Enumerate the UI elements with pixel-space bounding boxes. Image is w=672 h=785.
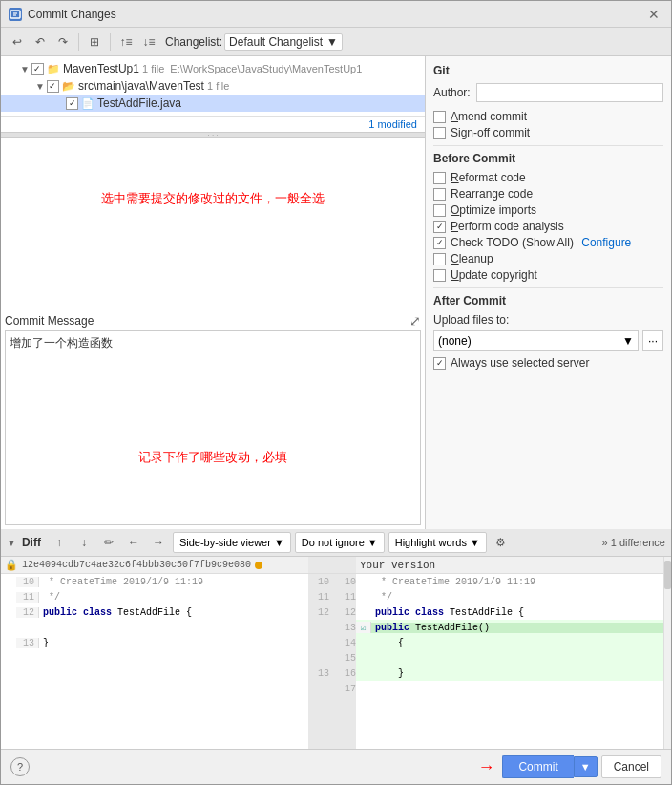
diff-right-panel: Your version * CreateTime 2019/1/9 11:19…: [356, 557, 663, 749]
highlight-dropdown[interactable]: Highlight words ▼: [388, 532, 487, 553]
viewer-dropdown[interactable]: Side-by-side viewer ▼: [173, 532, 291, 553]
diff-fwd-btn[interactable]: →: [148, 532, 169, 553]
ignore-label: Do not ignore: [302, 537, 365, 548]
diff-left-header: 🔒 12e4094cdb7c4ae32c6f4bbb30c50f7fb9c9e0…: [1, 557, 308, 574]
amend-row: Amend commit: [433, 110, 663, 123]
tree-label-maventestup1: MavenTestUp1: [63, 62, 139, 75]
checkbox-maventestup1[interactable]: ✓: [32, 63, 44, 75]
app-icon: [9, 8, 22, 21]
author-label: Author:: [433, 86, 471, 99]
redo-btn[interactable]: ↷: [52, 32, 74, 53]
author-row: Author:: [433, 83, 663, 102]
diff-gutter-checked[interactable]: ☑: [356, 622, 371, 633]
commit-button[interactable]: Commit: [502, 755, 573, 778]
refresh-btn[interactable]: ↩: [7, 32, 28, 53]
src-icon: 📂: [62, 80, 75, 93]
tree-label-src: src\main\java\MavenTest: [78, 79, 204, 93]
todo-checkbox[interactable]: ✓: [433, 237, 446, 249]
viewer-arrow: ▼: [274, 537, 284, 548]
close-button[interactable]: ✕: [644, 5, 663, 24]
mid-3: 12 12: [308, 605, 356, 620]
commit-msg-expand-icon[interactable]: ⤢: [410, 313, 421, 329]
diff-expand[interactable]: ▼: [7, 538, 16, 548]
diff-up-btn[interactable]: ↑: [49, 532, 70, 553]
amend-checkbox[interactable]: [433, 111, 446, 123]
diff-down-btn[interactable]: ↓: [74, 532, 94, 553]
red-arrow-indicator: →: [477, 757, 494, 777]
tree-item-maventestup1[interactable]: ▼ ✓ 📁 MavenTestUp1 1 file E:\WorkSpace\J…: [1, 60, 425, 77]
diff-right-line-1: * CreateTime 2019/1/9 11:19: [356, 574, 663, 589]
reformat-checkbox[interactable]: [433, 172, 446, 184]
optimize-checkbox[interactable]: [433, 204, 446, 217]
always-checkbox[interactable]: ✓: [433, 357, 446, 370]
copyright-checkbox[interactable]: [433, 269, 446, 282]
changelist-dropdown[interactable]: Default Changelist ▼: [224, 33, 343, 51]
main-content: ▼ ✓ 📁 MavenTestUp1 1 file E:\WorkSpace\J…: [1, 56, 671, 529]
diff-edit-btn[interactable]: ✏: [98, 532, 119, 553]
tree-item-src[interactable]: ▼ ✓ 📂 src\main\java\MavenTest 1 file: [1, 77, 425, 95]
git-section-title: Git: [433, 64, 663, 77]
undo-btn[interactable]: ↶: [30, 32, 51, 53]
signoff-label[interactable]: Sign-off commit: [451, 126, 530, 139]
configure-link[interactable]: Configure: [581, 236, 631, 249]
checkbox-testaddfile[interactable]: ✓: [66, 97, 78, 110]
analysis-checkbox[interactable]: ✓: [433, 221, 446, 233]
upload-dropdown[interactable]: (none) ▼: [433, 330, 639, 351]
mid-header: [308, 557, 356, 574]
diff-scrollbar[interactable]: [663, 557, 671, 749]
checkbox-src[interactable]: ✓: [47, 80, 59, 93]
amend-label[interactable]: Amend commit: [451, 110, 527, 123]
toolbar: ↩ ↶ ↷ ⊞ ↑≡ ↓≡ Changelist: Default Change…: [1, 28, 671, 56]
cancel-button[interactable]: Cancel: [601, 755, 662, 778]
viewer-label: Side-by-side viewer: [179, 537, 271, 548]
java-icon: 📄: [81, 97, 94, 110]
bottom-bar: ? → Commit ▼ Cancel: [1, 749, 671, 784]
diff-left-line-7: [1, 666, 308, 681]
resize-handle-1[interactable]: · · ·: [1, 132, 425, 138]
diff-back-btn[interactable]: ←: [123, 532, 144, 553]
mid-4: 13: [308, 620, 356, 635]
move-down-btn[interactable]: ↓≡: [138, 32, 159, 53]
ignore-dropdown[interactable]: Do not ignore ▼: [295, 532, 385, 553]
modified-bar[interactable]: 1 modified: [1, 116, 425, 132]
help-button[interactable]: ?: [10, 757, 30, 776]
diff-right-line-8: [356, 681, 663, 696]
before-commit-title: Before Commit: [433, 152, 663, 165]
diff-count: » 1 difference: [602, 537, 665, 548]
signoff-checkbox[interactable]: [433, 127, 446, 139]
diff-settings-btn[interactable]: ⚙: [491, 532, 512, 553]
diff-left-line-2: 11 */: [1, 589, 308, 605]
move-up-btn[interactable]: ↑≡: [116, 32, 136, 53]
analysis-label[interactable]: Perform code analysis: [451, 220, 564, 233]
divider-1: [433, 145, 663, 146]
right-panel: Git Author: Amend commit Sign-off commit…: [426, 56, 671, 529]
tree-item-testaddfile[interactable]: ✓ 📄 TestAddFile.java: [1, 95, 425, 112]
file-tree: ▼ ✓ 📁 MavenTestUp1 1 file E:\WorkSpace\J…: [1, 56, 425, 116]
diff-left-line-1: 10 * CreateTime 2019/1/9 11:19: [1, 574, 308, 589]
scrollbar-thumb[interactable]: [664, 561, 671, 589]
sep2: [110, 33, 111, 51]
rearrange-checkbox[interactable]: [433, 188, 446, 201]
reformat-label[interactable]: Reformat code: [451, 171, 526, 184]
svg-rect-0: [10, 11, 20, 18]
author-input[interactable]: [476, 83, 663, 102]
todo-row: ✓ Check TODO (Show All) Configure: [433, 236, 663, 249]
copyright-label[interactable]: Update copyright: [451, 268, 537, 282]
optimize-label[interactable]: Optimize imports: [451, 203, 536, 217]
diff-left-line-4: [1, 620, 308, 635]
upload-arrow: ▼: [622, 334, 634, 348]
always-label[interactable]: Always use selected server: [451, 356, 589, 370]
grid-btn[interactable]: ⊞: [84, 32, 105, 53]
diff-left-line-5: 13 }: [1, 635, 308, 650]
optimize-row: Optimize imports: [433, 203, 663, 217]
cleanup-checkbox[interactable]: [433, 253, 446, 265]
rearrange-label[interactable]: Rearrange code: [451, 187, 533, 201]
commit-msg-text[interactable]: 增加了一个构造函数: [6, 331, 420, 355]
todo-label[interactable]: Check TODO (Show All): [451, 236, 577, 249]
diff-right-line-7: }: [356, 666, 663, 681]
upload-dots-btn[interactable]: ···: [642, 330, 663, 351]
copyright-row: Update copyright: [433, 268, 663, 282]
cleanup-label[interactable]: Cleanup: [451, 252, 494, 265]
commit-arrow-button[interactable]: ▼: [574, 756, 598, 777]
expand-arrow: ▼: [20, 64, 30, 74]
